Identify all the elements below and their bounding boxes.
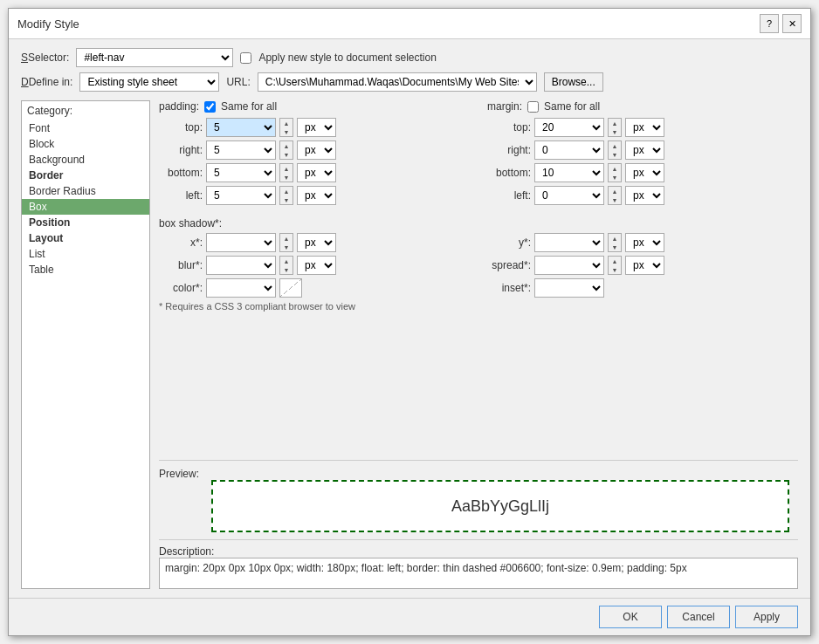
- ok-button[interactable]: OK: [599, 606, 662, 628]
- padding-left-spinner[interactable]: ▲ ▼: [279, 186, 293, 205]
- description-section: Description: margin: 20px 0px 10px 0px; …: [159, 539, 798, 589]
- category-box[interactable]: Box: [22, 199, 149, 215]
- padding-right-up[interactable]: ▲: [280, 141, 292, 150]
- padding-right-down[interactable]: ▼: [280, 150, 292, 159]
- margin-right-up[interactable]: ▲: [609, 141, 621, 150]
- padding-left-select[interactable]: 5: [206, 186, 276, 205]
- shadow-grid: x*: ▲ ▼ px: [159, 233, 798, 298]
- margin-left-unit[interactable]: px: [625, 186, 664, 205]
- category-layout[interactable]: Layout: [22, 230, 149, 246]
- define-select[interactable]: Existing style sheet: [79, 72, 219, 92]
- margin-bottom-select[interactable]: 10: [534, 163, 604, 182]
- category-font[interactable]: Font: [22, 120, 149, 136]
- margin-top-spinner[interactable]: ▲ ▼: [608, 118, 622, 137]
- padding-bottom-up[interactable]: ▲: [280, 164, 292, 173]
- margin-same-label: Same for all: [544, 100, 600, 113]
- category-block[interactable]: Block: [22, 136, 149, 152]
- padding-bottom-spinner[interactable]: ▲ ▼: [279, 163, 293, 182]
- margin-right-select[interactable]: 0: [534, 140, 604, 160]
- padding-left-row: left: 5 ▲ ▼ px: [159, 186, 470, 205]
- category-table[interactable]: Table: [22, 262, 149, 277]
- margin-top-unit[interactable]: px: [625, 118, 664, 137]
- padding-left-unit[interactable]: px: [297, 186, 336, 205]
- spacer: [159, 319, 798, 453]
- margin-left-spinner[interactable]: ▲ ▼: [608, 186, 622, 205]
- padding-top-row: top: 5 ▲ ▼ px: [159, 118, 470, 137]
- selector-select[interactable]: #left-nav: [76, 48, 233, 67]
- margin-right-row: right: 0 ▲ ▼ px: [487, 140, 798, 160]
- shadow-blur-select[interactable]: [206, 256, 276, 275]
- shadow-y-select[interactable]: [534, 233, 604, 252]
- box-shadow-label: box shadow*:: [159, 217, 222, 230]
- category-position[interactable]: Position: [22, 215, 149, 230]
- padding-bottom-unit[interactable]: px: [297, 163, 336, 182]
- margin-right-unit[interactable]: px: [625, 140, 664, 160]
- margin-right-down[interactable]: ▼: [609, 150, 621, 159]
- define-row: DDefine in: Existing style sheet URL: C:…: [21, 72, 798, 92]
- shadow-y-up[interactable]: ▲: [609, 234, 621, 243]
- margin-bottom-spinner[interactable]: ▲ ▼: [608, 163, 622, 182]
- shadow-spread-unit[interactable]: px: [625, 256, 664, 275]
- padding-right-select[interactable]: 5: [206, 140, 276, 160]
- margin-bottom-up[interactable]: ▲: [609, 164, 621, 173]
- shadow-y-spinner[interactable]: ▲ ▼: [608, 233, 622, 252]
- padding-right-spinner[interactable]: ▲ ▼: [279, 140, 293, 160]
- category-border[interactable]: Border: [22, 168, 149, 183]
- padding-top-spinner[interactable]: ▲ ▼: [279, 118, 293, 137]
- padding-top-up[interactable]: ▲: [280, 119, 292, 127]
- padding-left-up[interactable]: ▲: [280, 187, 292, 195]
- padding-left-down[interactable]: ▼: [280, 195, 292, 204]
- shadow-x-select[interactable]: [206, 233, 276, 252]
- shadow-inset-select[interactable]: [534, 278, 604, 298]
- shadow-y-down[interactable]: ▼: [609, 243, 621, 251]
- category-list[interactable]: List: [22, 246, 149, 262]
- shadow-spread-spinner[interactable]: ▲ ▼: [608, 256, 622, 275]
- padding-same-checkbox[interactable]: [204, 101, 216, 113]
- margin-top-up[interactable]: ▲: [609, 119, 621, 127]
- shadow-spread-select[interactable]: [534, 256, 604, 275]
- close-button[interactable]: ✕: [782, 14, 802, 33]
- define-label: DDefine in:: [21, 76, 72, 88]
- url-select[interactable]: C:\Users\Muhammad.Waqas\Documents\My Web…: [258, 72, 537, 92]
- margin-top-select[interactable]: 20: [534, 118, 604, 137]
- margin-left-select[interactable]: 0: [534, 186, 604, 205]
- margin-bottom-unit[interactable]: px: [625, 163, 664, 182]
- margin-right-label: right:: [487, 144, 531, 156]
- shadow-x-unit[interactable]: px: [297, 233, 336, 252]
- padding-top-unit[interactable]: px: [297, 118, 336, 137]
- shadow-spread-down[interactable]: ▼: [609, 265, 621, 274]
- margin-left-up[interactable]: ▲: [609, 187, 621, 195]
- padding-top-select[interactable]: 5: [206, 118, 276, 137]
- padding-bottom-down[interactable]: ▼: [280, 173, 292, 182]
- preview-text: AaBbYyGgLlIj: [451, 497, 549, 516]
- margin-top-down[interactable]: ▼: [609, 127, 621, 136]
- shadow-x-down[interactable]: ▼: [280, 243, 292, 251]
- margin-left-down[interactable]: ▼: [609, 195, 621, 204]
- shadow-x-up[interactable]: ▲: [280, 234, 292, 243]
- shadow-blur-spinner[interactable]: ▲ ▼: [279, 256, 293, 275]
- cancel-button[interactable]: Cancel: [667, 606, 730, 628]
- dialog-footer: OK Cancel Apply: [9, 598, 810, 635]
- padding-right-row: right: 5 ▲ ▼ px: [159, 140, 470, 160]
- category-border-radius[interactable]: Border Radius: [22, 183, 149, 199]
- shadow-y-unit[interactable]: px: [625, 233, 664, 252]
- margin-right-spinner[interactable]: ▲ ▼: [608, 140, 622, 160]
- shadow-color-select[interactable]: [206, 278, 276, 298]
- shadow-spread-up[interactable]: ▲: [609, 257, 621, 265]
- shadow-color-swatch[interactable]: [279, 278, 302, 298]
- margin-same-checkbox[interactable]: [527, 101, 539, 113]
- padding-bottom-select[interactable]: 5: [206, 163, 276, 182]
- margin-bottom-down[interactable]: ▼: [609, 173, 621, 182]
- shadow-blur-up[interactable]: ▲: [280, 257, 292, 265]
- category-background[interactable]: Background: [22, 152, 149, 168]
- shadow-blur-down[interactable]: ▼: [280, 265, 292, 274]
- apply-label: Apply new style to document selection: [258, 51, 436, 64]
- help-button[interactable]: ?: [760, 14, 779, 33]
- shadow-blur-unit[interactable]: px: [297, 256, 336, 275]
- padding-top-down[interactable]: ▼: [280, 127, 292, 136]
- browse-button[interactable]: Browse...: [544, 72, 603, 92]
- padding-right-unit[interactable]: px: [297, 140, 336, 160]
- shadow-x-spinner[interactable]: ▲ ▼: [279, 233, 293, 252]
- apply-checkbox[interactable]: [240, 52, 251, 64]
- apply-button[interactable]: Apply: [735, 606, 798, 628]
